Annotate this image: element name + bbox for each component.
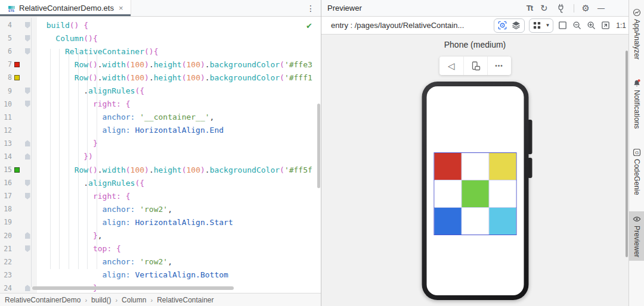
code-text: RelativeContainer(){ — [37, 47, 159, 56]
tab-close-icon[interactable]: × — [119, 4, 123, 12]
refresh-icon[interactable]: ↻ — [540, 4, 548, 13]
fold-marker-icon[interactable] — [25, 193, 30, 199]
code-line[interactable]: 4 build() { — [0, 18, 321, 32]
tool-tab-notifications[interactable]: Notifications — [629, 76, 644, 132]
settings-gear-icon[interactable]: ⚙ — [582, 4, 590, 13]
code-line[interactable]: 17 right: { — [0, 189, 321, 202]
code-line[interactable]: 19 align: HorizontalAlign.Start — [0, 216, 321, 229]
editor-vertical-scrollbar[interactable] — [317, 104, 320, 188]
editor-tab-active[interactable]: ETS RelativeContainerDemo.ets × — [0, 0, 131, 16]
fold-marker-icon[interactable] — [25, 180, 30, 186]
fit-to-window-icon[interactable] — [600, 20, 611, 30]
code-line[interactable]: 23 align: VerticalAlign.Bottom — [0, 268, 321, 282]
code-line[interactable]: 7 Row().width(100).height(100).backgroun… — [0, 58, 321, 71]
inspection-ok-icon[interactable]: ✔ — [306, 21, 312, 30]
tab-options-icon[interactable]: ⋮ — [306, 0, 315, 17]
entry-path-label: entry : /pages/layout/RelativeContain... — [331, 21, 464, 30]
rotate-device-button[interactable] — [463, 57, 487, 75]
preview-vertical-scrollbar[interactable] — [626, 51, 628, 257]
phone-screen[interactable] — [426, 86, 524, 295]
color-swatch-icon[interactable] — [14, 167, 20, 173]
code-line[interactable]: 14 }) — [0, 150, 321, 163]
code-line[interactable]: 13 } — [0, 137, 321, 150]
gutter-fold-slot — [21, 245, 33, 252]
grid-view-icon[interactable] — [532, 21, 541, 30]
line-number: 11 — [0, 113, 12, 121]
code-text: Row().width(100).height(100).backgroundC… — [37, 166, 312, 174]
component-inspect-icon[interactable] — [497, 20, 507, 30]
editor-horizontal-scrollbar[interactable] — [32, 286, 234, 290]
line-number: 22 — [0, 258, 12, 266]
code-line[interactable]: 8 Row().width(100).height(100).backgroun… — [0, 71, 321, 84]
code-line[interactable]: 10 right: { — [0, 98, 321, 111]
code-line[interactable]: 6 RelativeContainer(){ — [0, 45, 321, 58]
color-swatch-icon[interactable] — [14, 75, 20, 80]
code-text: align: HorizontalAlign.Start — [37, 218, 233, 227]
fold-marker-icon[interactable] — [25, 35, 30, 42]
fold-marker-icon[interactable] — [25, 285, 30, 291]
fold-marker-icon[interactable] — [25, 153, 30, 160]
code-line[interactable]: 15 Row().width(100).height(100).backgrou… — [0, 163, 321, 176]
back-button[interactable]: ◁ — [439, 57, 463, 75]
line-number: 8 — [0, 73, 12, 82]
code-text: align: HorizontalAlign.End — [37, 126, 224, 135]
breadcrumb-item[interactable]: RelativeContainerDemo — [5, 296, 80, 304]
code-text: Row().width(100).height(100).backgroundC… — [37, 73, 312, 82]
more-options-button[interactable]: ••• — [487, 57, 511, 75]
gutter-swatch-slot — [12, 75, 21, 80]
fold-marker-icon[interactable] — [25, 140, 30, 146]
fold-marker-icon[interactable] — [25, 232, 30, 239]
breadcrumb-separator: › — [150, 296, 153, 304]
code-line[interactable]: 5 Column(){ — [0, 32, 321, 45]
fold-marker-icon[interactable] — [25, 101, 30, 107]
code-line[interactable]: 21 top: { — [0, 242, 321, 255]
tool-tab-codegenie[interactable]: G CodeGenie — [629, 145, 644, 198]
code-line[interactable]: 12 align: HorizontalAlign.End — [0, 124, 321, 137]
code-line[interactable]: 9 .alignRules({ — [0, 84, 321, 97]
code-line[interactable]: 20 }, — [0, 229, 321, 242]
grid-cell-empty — [462, 153, 488, 180]
chevron-down-icon[interactable]: ▼ — [545, 23, 550, 28]
code-line[interactable]: 18 anchor: 'row2', — [0, 202, 321, 216]
fold-marker-icon[interactable] — [25, 22, 30, 29]
code-lines: 4 build() {5 Column(){6 RelativeContaine… — [0, 18, 321, 293]
code-line[interactable]: 16 .alignRules({ — [0, 176, 321, 189]
breadcrumb-item[interactable]: Column — [122, 296, 146, 304]
fold-marker-icon[interactable] — [25, 245, 30, 252]
zoom-out-icon[interactable] — [572, 20, 582, 30]
selection-frame-icon[interactable] — [558, 20, 568, 30]
inspector-plug-icon[interactable] — [556, 3, 566, 13]
breadcrumb-item[interactable]: build() — [91, 296, 111, 304]
code-line[interactable]: 11 anchor: '__container__', — [0, 111, 321, 124]
notification-badge — [637, 79, 640, 82]
minimize-icon[interactable]: — — [597, 5, 605, 12]
fold-marker-icon[interactable] — [25, 48, 30, 55]
line-number: 19 — [0, 218, 12, 226]
code-text: anchor: '__container__', — [37, 113, 214, 121]
text-size-icon[interactable]: Tt — [527, 4, 532, 12]
device-toolbar: ◁ ••• — [439, 57, 511, 75]
code-editor[interactable]: 4 build() {5 Column(){6 RelativeContaine… — [0, 17, 321, 293]
gutter-swatch-slot — [12, 167, 21, 173]
gutter-fold-slot — [21, 35, 33, 42]
code-text: anchor: 'row2', — [37, 257, 172, 266]
phone-device-frame — [422, 82, 528, 300]
color-swatch-icon[interactable] — [14, 62, 20, 67]
zoom-ratio-label[interactable]: 1:1 — [616, 21, 626, 30]
breadcrumb-item[interactable]: RelativeContainer — [157, 296, 213, 304]
code-text: .alignRules({ — [37, 179, 144, 188]
gutter-fold-slot — [21, 22, 33, 29]
line-number: 23 — [0, 271, 12, 279]
device-label: Phone (medium) — [444, 40, 506, 49]
tool-tab-previewer[interactable]: Previewer — [629, 211, 644, 260]
fold-marker-icon[interactable] — [25, 88, 30, 94]
line-number: 14 — [0, 152, 12, 161]
zoom-in-icon[interactable] — [586, 20, 596, 30]
line-number: 24 — [0, 284, 12, 292]
tool-tab-appanalyzer[interactable]: AppAnalyzer — [629, 5, 644, 63]
layers-icon[interactable] — [511, 20, 521, 30]
gutter-fold-slot — [21, 101, 33, 107]
code-line[interactable]: 22 anchor: 'row2', — [0, 255, 321, 268]
grid-cell-empty — [462, 208, 488, 235]
code-text: } — [37, 139, 98, 148]
